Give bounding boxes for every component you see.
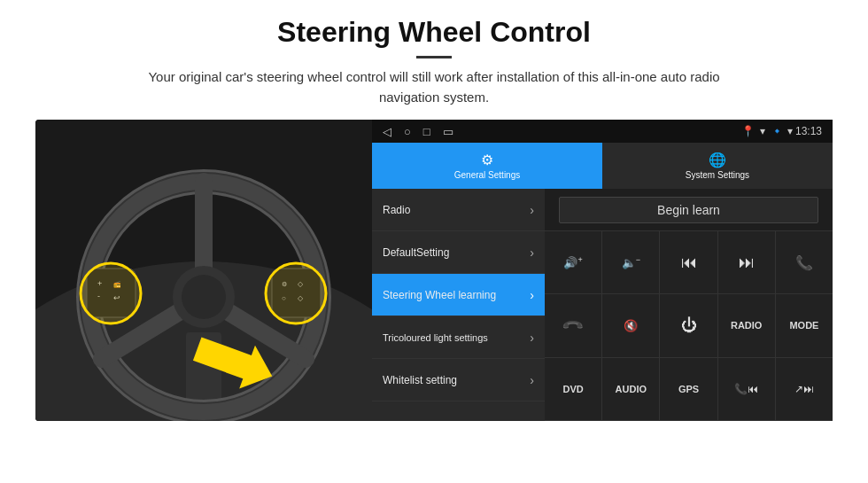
location-icon: 📍 [741, 125, 755, 137]
vol-up-icon: 🔊+ [563, 255, 582, 269]
dvd-button[interactable]: DVD [545, 358, 602, 420]
phone-icon: 📞 [795, 254, 813, 271]
mode-button[interactable]: MODE [776, 294, 833, 356]
system-icon: 🌐 [709, 152, 726, 168]
next-button[interactable]: ⏭ [718, 231, 776, 293]
svg-point-21 [81, 263, 141, 323]
menu-tricolour-label: Tricoloured light settings [383, 332, 488, 343]
menu-item-radio[interactable]: Radio › [372, 189, 545, 231]
vol-up-button[interactable]: 🔊+ [545, 231, 602, 293]
gps-label: GPS [678, 384, 699, 394]
begin-learn-row: Begin learn [545, 189, 833, 231]
menu-radio-arrow: › [530, 203, 534, 217]
clock: 🔹 ▾ 13:13 [771, 125, 822, 137]
steering-wheel-area: + 📻 - ↩ ⚙ ◇ ○ ◇ [35, 120, 372, 421]
settings-icon: ⚙ [481, 152, 493, 168]
recent-icon: □ [423, 125, 430, 138]
hangup-button[interactable]: 📞 [545, 294, 602, 356]
mute-icon: 🔇 [624, 319, 638, 332]
power-button[interactable]: ⏻ [660, 294, 717, 356]
menu-tricolour-arrow: › [530, 331, 534, 345]
radio-button[interactable]: RADIO [718, 294, 776, 356]
menu-radio-label: Radio [383, 204, 410, 216]
status-bar: ◁ ○ □ ▭ 📍 ▾ 🔹 ▾ 13:13 [372, 120, 833, 143]
tab-general[interactable]: ⚙ General Settings [372, 143, 602, 189]
controls-row-1: 🔊+ 🔈− ⏮ ⏭ 📞 [545, 231, 833, 294]
menu-item-whitelist[interactable]: Whitelist setting › [372, 359, 545, 401]
vol-down-button[interactable]: 🔈− [602, 231, 660, 293]
tel-prev-button[interactable]: 📞⏮ [718, 358, 776, 420]
main-panel: Radio › DefaultSetting › Steering Wheel … [372, 189, 833, 421]
menu-steering-label: Steering Wheel learning [383, 289, 496, 301]
audio-label: AUDIO [616, 384, 647, 394]
dvd-label: DVD [562, 384, 583, 394]
begin-learn-button[interactable]: Begin learn [559, 197, 818, 223]
menu-default-label: DefaultSetting [383, 246, 449, 259]
status-bar-left: ◁ ○ □ ▭ [383, 125, 453, 138]
tab-general-label: General Settings [454, 170, 521, 180]
hangup-icon: 📞 [561, 314, 585, 339]
phone-button[interactable]: 📞 [776, 231, 833, 293]
tab-system[interactable]: 🌐 System Settings [602, 143, 833, 189]
page-wrapper: Steering Wheel Control Your original car… [0, 0, 868, 483]
power-icon: ⏻ [681, 316, 697, 335]
menu-icon: ▭ [443, 125, 453, 138]
page-title: Steering Wheel Control [277, 16, 591, 49]
prev-icon: ⏮ [681, 253, 697, 272]
radio-label: RADIO [731, 320, 762, 331]
menu-steering-arrow: › [530, 288, 534, 302]
right-panel: Begin learn 🔊+ 🔈− [545, 189, 833, 421]
controls-row-2: 📞 🔇 ⏻ RADIO MO [545, 294, 833, 357]
menu-item-default[interactable]: DefaultSetting › [372, 231, 545, 274]
svg-point-22 [266, 263, 326, 323]
gps-button[interactable]: GPS [660, 358, 717, 420]
menu-whitelist-arrow: › [530, 373, 534, 387]
tel-next-icon: ↗⏭ [794, 383, 814, 395]
steering-wheel-svg: + 📻 - ↩ ⚙ ◇ ○ ◇ [35, 120, 372, 421]
status-bar-right: 📍 ▾ 🔹 ▾ 13:13 [741, 125, 822, 137]
home-icon: ○ [404, 125, 411, 138]
back-icon: ◁ [383, 125, 391, 138]
mode-label: MODE [789, 320, 818, 331]
prev-button[interactable]: ⏮ [660, 231, 717, 293]
svg-point-10 [182, 275, 226, 319]
wifi-icon: ▾ [760, 125, 765, 137]
controls-row-3: DVD AUDIO GPS 📞⏮ [545, 358, 833, 421]
menu-whitelist-label: Whitelist setting [383, 374, 457, 386]
main-content: + 📻 - ↩ ⚙ ◇ ○ ◇ [35, 120, 833, 421]
menu-item-steering[interactable]: Steering Wheel learning › [372, 274, 545, 316]
mute-button[interactable]: 🔇 [602, 294, 660, 356]
audio-button[interactable]: AUDIO [602, 358, 660, 420]
controls-grid: 🔊+ 🔈− ⏮ ⏭ 📞 [545, 231, 833, 421]
tel-prev-icon: 📞⏮ [734, 383, 758, 395]
tab-bar: ⚙ General Settings 🌐 System Settings [372, 143, 833, 189]
tel-next-button[interactable]: ↗⏭ [776, 358, 833, 420]
page-subtitle: Your original car's steering wheel contr… [124, 67, 744, 107]
vol-down-icon: 🔈− [622, 255, 640, 269]
menu-item-tricolour[interactable]: Tricoloured light settings › [372, 316, 545, 359]
menu-default-arrow: › [530, 245, 534, 260]
next-icon: ⏭ [739, 253, 755, 272]
left-menu: Radio › DefaultSetting › Steering Wheel … [372, 189, 545, 421]
head-unit: ◁ ○ □ ▭ 📍 ▾ 🔹 ▾ 13:13 ⚙ General Settings [372, 120, 833, 421]
tab-system-label: System Settings [686, 170, 749, 180]
title-divider [416, 56, 452, 58]
